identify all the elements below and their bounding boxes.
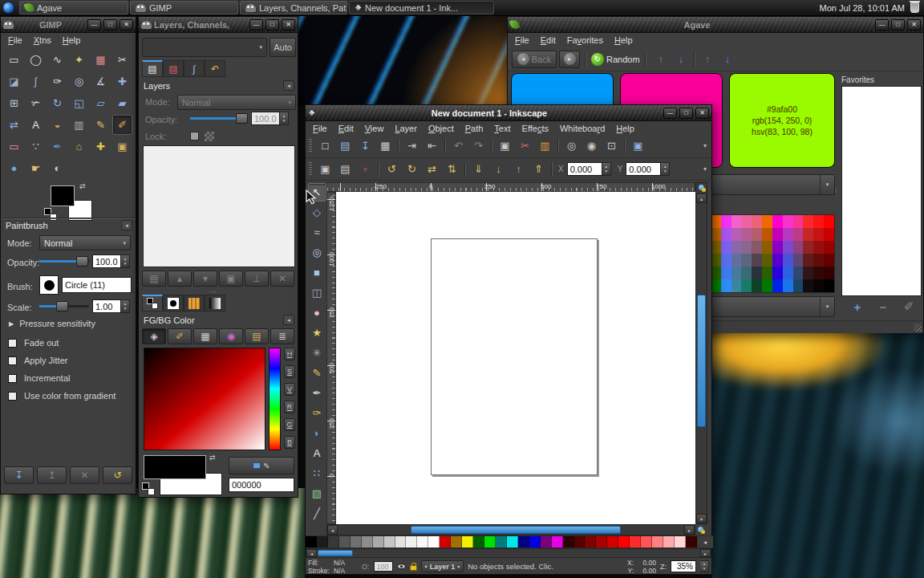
- palette-swatch[interactable]: [362, 536, 373, 547]
- perspective-tool[interactable]: ▰: [112, 93, 132, 113]
- darken-scheme-button[interactable]: ↓: [671, 51, 691, 68]
- grid-color-cell[interactable]: [824, 254, 834, 267]
- color-picker-button[interactable]: ✎: [229, 457, 294, 474]
- perspective-clone-tool[interactable]: ▣: [112, 136, 132, 157]
- palette-swatch[interactable]: [641, 536, 652, 547]
- select-all-button[interactable]: ▣: [315, 161, 335, 178]
- print-button[interactable]: ▦: [375, 137, 395, 155]
- paste-button[interactable]: ▥: [535, 137, 555, 155]
- pencil-tool[interactable]: ✎: [91, 115, 111, 135]
- grid-color-cell[interactable]: [783, 241, 793, 254]
- taskbar-item-gimp[interactable]: GIMP: [130, 1, 238, 14]
- watercolor-selector-tab[interactable]: ✐: [168, 328, 192, 344]
- tab-undo-history[interactable]: ↶: [205, 60, 225, 77]
- rotate-tool[interactable]: ↻: [47, 93, 67, 113]
- align-tool[interactable]: ⊞: [4, 93, 24, 113]
- menu-file[interactable]: File: [307, 123, 333, 134]
- channel-b-button[interactable]: B: [284, 436, 295, 449]
- spinner[interactable]: ▴▾: [280, 112, 289, 125]
- vertical-scroll-thumb[interactable]: [697, 295, 706, 427]
- menu-xtns[interactable]: Xtns: [28, 35, 57, 46]
- palette-swatch[interactable]: [607, 536, 618, 547]
- zoom-drawing-button[interactable]: ◉: [582, 137, 602, 155]
- smudge-tool[interactable]: ☛: [26, 158, 46, 178]
- pressure-sensitivity-expander[interactable]: ▶Pressure sensitivity: [9, 319, 95, 328]
- calligraphy-tool[interactable]: ✑: [308, 404, 326, 422]
- maximize-button[interactable]: □: [103, 19, 117, 31]
- panel-menu-button[interactable]: ◂: [283, 315, 294, 325]
- swap-colors-icon[interactable]: ⇄: [209, 454, 216, 462]
- menu-favorites[interactable]: Favorites: [561, 35, 609, 46]
- remove-favorite-button[interactable]: −: [873, 298, 893, 315]
- fill-stroke-indicator[interactable]: Fill:N/A Stroke:N/A: [308, 559, 358, 575]
- layer-opacity-value[interactable]: 100.0: [251, 112, 280, 125]
- maximize-button[interactable]: □: [265, 19, 279, 31]
- grid-color-cell[interactable]: [732, 254, 742, 267]
- menu-help[interactable]: Help: [610, 123, 640, 134]
- grid-color-cell[interactable]: [803, 267, 813, 279]
- palette-swatch[interactable]: [652, 536, 663, 547]
- grid-color-cell[interactable]: [824, 215, 834, 228]
- channel-h-button[interactable]: H: [284, 348, 295, 360]
- grid-color-cell[interactable]: [721, 241, 732, 254]
- menu-edit[interactable]: Edit: [333, 123, 359, 134]
- clock[interactable]: Mon Jul 28, 10:01 AM: [820, 3, 905, 13]
- scroll-up-button[interactable]: ▴: [696, 193, 707, 203]
- lower-button[interactable]: ↓: [488, 161, 509, 178]
- color-picker-tool[interactable]: ✑: [47, 71, 67, 92]
- grid-color-cell[interactable]: [762, 254, 772, 267]
- grid-color-cell[interactable]: [824, 241, 834, 254]
- palette-swatch[interactable]: [496, 536, 507, 547]
- save-button[interactable]: ↧: [355, 137, 375, 155]
- object-opacity-field[interactable]: 100: [374, 561, 393, 572]
- select-by-color-tool[interactable]: ▦: [91, 50, 111, 70]
- palette-swatch[interactable]: [373, 536, 384, 547]
- use-color-from-gradient-checkbox[interactable]: Use color from gradient: [8, 389, 136, 402]
- grid-color-cell[interactable]: [793, 228, 804, 241]
- close-button[interactable]: ✕: [282, 19, 295, 31]
- palette-swatch[interactable]: [675, 536, 686, 547]
- rotate-cw-button[interactable]: ↻: [402, 161, 422, 178]
- pencil-tool[interactable]: ✎: [308, 364, 326, 382]
- incremental-checkbox[interactable]: Incremental: [8, 372, 136, 385]
- raise-button[interactable]: ↑: [509, 161, 529, 178]
- panel-menu-button[interactable]: ◂: [283, 80, 294, 91]
- foreground-color-swatch[interactable]: [144, 455, 206, 479]
- grid-color-cell[interactable]: [721, 215, 732, 228]
- grid-color-cell[interactable]: [762, 279, 772, 292]
- spiral-tool[interactable]: ✳: [308, 344, 326, 362]
- paint-bucket-tool[interactable]: ◗: [308, 424, 326, 442]
- channel-r-button[interactable]: R: [284, 401, 295, 413]
- eraser-tool[interactable]: ▭: [4, 136, 24, 157]
- taskbar-item-agave[interactable]: Agave: [19, 1, 128, 14]
- fade-out-checkbox[interactable]: Fade out: [8, 336, 136, 349]
- duplicate-layer-button[interactable]: ▣: [219, 271, 243, 287]
- reset-options-button[interactable]: ↺: [103, 466, 132, 484]
- flip-vertical-button[interactable]: ⇅: [442, 161, 462, 178]
- menu-whiteboard[interactable]: Whiteboard: [554, 123, 610, 134]
- lower-layer-button[interactable]: ▾: [193, 271, 217, 287]
- grid-color-cell[interactable]: [793, 254, 804, 267]
- pen-tool[interactable]: ✒: [308, 384, 326, 402]
- grid-color-cell[interactable]: [803, 279, 813, 292]
- palette-swatch[interactable]: [317, 536, 328, 547]
- grid-color-cell[interactable]: [752, 241, 762, 254]
- checkbox[interactable]: [8, 392, 17, 401]
- grid-color-cell[interactable]: [824, 279, 834, 292]
- scroll-down-button[interactable]: ▾: [696, 514, 707, 523]
- palette-scrollbar[interactable]: ◂ ▸: [306, 548, 711, 558]
- star-tool[interactable]: ★: [308, 324, 326, 342]
- zoom-selection-button[interactable]: ◎: [561, 137, 582, 155]
- palette-swatch[interactable]: [328, 536, 339, 547]
- tab-channels[interactable]: ▤: [163, 60, 184, 77]
- toolbar-overflow-chevron[interactable]: ▾: [703, 142, 707, 149]
- duplicate-window-button[interactable]: ▣: [628, 137, 648, 155]
- grid-color-cell[interactable]: [752, 228, 762, 241]
- grid-color-cell[interactable]: [824, 267, 834, 279]
- horizontal-scroll-thumb[interactable]: [411, 526, 621, 534]
- opacity-slider[interactable]: [39, 256, 89, 267]
- move-tool[interactable]: ✚: [112, 71, 132, 92]
- palette-swatch[interactable]: [395, 536, 407, 547]
- grid-color-cell[interactable]: [772, 228, 783, 241]
- grid-color-cell[interactable]: [732, 215, 742, 228]
